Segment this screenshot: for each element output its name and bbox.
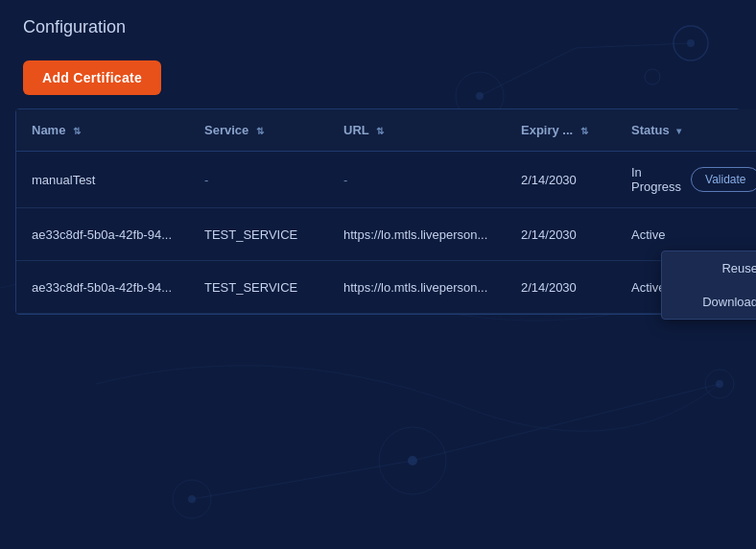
cell-url: - bbox=[328, 152, 506, 208]
status-badge: In Progress bbox=[631, 165, 681, 194]
row-menu-button-active[interactable]: ⋮ bbox=[742, 222, 756, 247]
col-header-service[interactable]: Service ⇅ bbox=[189, 109, 328, 152]
context-menu: Reuse Download bbox=[661, 251, 756, 320]
cell-status: In Progress Validate bbox=[616, 152, 726, 208]
expiry-sort-icon: ⇅ bbox=[580, 126, 588, 136]
cell-name: manualTest bbox=[16, 152, 189, 208]
col-header-name[interactable]: Name ⇅ bbox=[16, 109, 189, 152]
cell-service: TEST_SERVICE bbox=[189, 261, 328, 314]
certificates-table: Name ⇅ Service ⇅ URL ⇅ Expiry ... ⇅ bbox=[16, 109, 756, 314]
cell-actions: ⋮ bbox=[726, 152, 756, 208]
cell-url: https://lo.mtls.liveperson... bbox=[328, 208, 506, 261]
name-sort-icon: ⇅ bbox=[73, 126, 81, 136]
cell-expiry: 2/14/2030 bbox=[506, 152, 616, 208]
service-sort-icon: ⇅ bbox=[256, 126, 264, 136]
table-row: ae33c8df-5b0a-42fb-94... TEST_SERVICE ht… bbox=[16, 261, 756, 314]
toolbar: Add Certificate bbox=[0, 49, 756, 108]
cell-actions-open: ⋮ Reuse Download bbox=[726, 208, 756, 261]
row-menu-button[interactable]: ⋮ bbox=[742, 167, 756, 192]
table-header-row: Name ⇅ Service ⇅ URL ⇅ Expiry ... ⇅ bbox=[16, 109, 756, 152]
cell-name: ae33c8df-5b0a-42fb-94... bbox=[16, 261, 189, 314]
download-menu-item[interactable]: Download bbox=[662, 285, 756, 319]
col-header-status[interactable]: Status ▾ bbox=[616, 109, 726, 152]
cell-name: ae33c8df-5b0a-42fb-94... bbox=[16, 208, 189, 261]
table-row: ae33c8df-5b0a-42fb-94... TEST_SERVICE ht… bbox=[16, 208, 756, 261]
col-header-url[interactable]: URL ⇅ bbox=[328, 109, 506, 152]
cell-expiry: 2/14/2030 bbox=[506, 208, 616, 261]
certificates-table-container: Name ⇅ Service ⇅ URL ⇅ Expiry ... ⇅ bbox=[15, 108, 741, 315]
url-sort-icon: ⇅ bbox=[376, 126, 384, 136]
table-row: manualTest - - 2/14/2030 In Progress bbox=[16, 152, 756, 208]
status-badge: Active bbox=[631, 227, 665, 242]
status-sort-icon: ▾ bbox=[676, 126, 681, 136]
cell-service: TEST_SERVICE bbox=[189, 208, 328, 261]
cell-url: https://lo.mtls.liveperson... bbox=[328, 261, 506, 314]
col-header-actions bbox=[726, 109, 756, 152]
cell-expiry: 2/14/2030 bbox=[506, 261, 616, 314]
add-certificate-button[interactable]: Add Certificate bbox=[23, 60, 161, 95]
cell-service: - bbox=[189, 152, 328, 208]
reuse-menu-item[interactable]: Reuse bbox=[662, 251, 756, 285]
page-title: Configuration bbox=[0, 0, 756, 49]
col-header-expiry[interactable]: Expiry ... ⇅ bbox=[506, 109, 616, 152]
